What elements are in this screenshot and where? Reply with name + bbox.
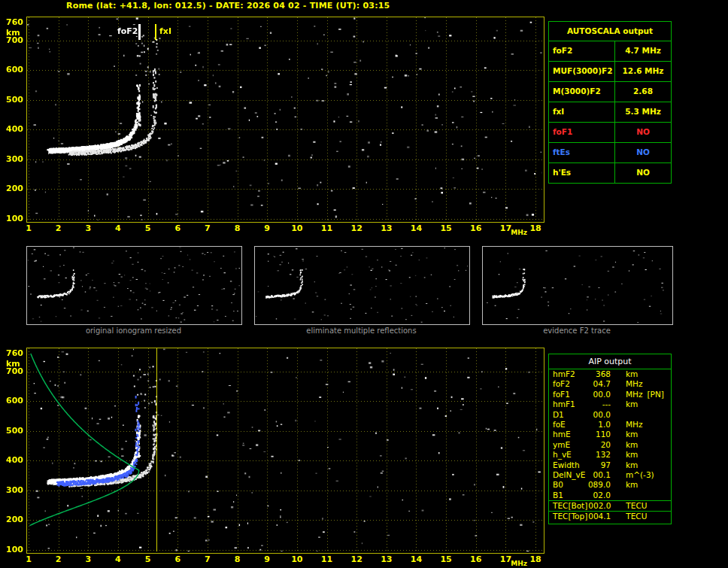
aip-param-label: DelN_vE [549, 470, 587, 480]
thumbnail-canvas-original [27, 247, 240, 323]
x-tick-label: 11 [321, 555, 332, 564]
x-tick-label: 15 [440, 224, 451, 233]
aip-param-value: 089.0 [587, 480, 611, 490]
x-tick-label: 10 [291, 555, 302, 564]
aip-row: h_vE132km [549, 450, 671, 460]
thumbnail-caption-original: original ionogram resized [26, 327, 241, 335]
aip-param-label: TEC[Bot] [549, 501, 587, 511]
y-tick-label: 300 [6, 486, 23, 495]
autoscala-param-value: 5.3 MHz [614, 102, 671, 122]
x-tick-label: 18 [529, 555, 541, 564]
aip-param-value: 97 [587, 460, 611, 470]
aip-param-value: 00.0 [587, 390, 611, 399]
x-tick-label: 17 [500, 224, 511, 233]
x-tick-label: 16 [470, 555, 481, 564]
aip-param-label: foF2 [549, 379, 587, 389]
aip-param-value: 368 [587, 369, 611, 379]
aip-param-label: hmF2 [549, 369, 587, 379]
page-title: Rome (lat: +41.8, lon: 012.5) - DATE: 20… [66, 1, 390, 11]
aip-param-unit: MHz [611, 390, 642, 399]
aip-param-note [626, 491, 630, 500]
aip-table-title: AIP output [549, 354, 671, 369]
aip-param-value: 1.0 [587, 420, 611, 430]
autoscala-param-label: M(3000)F2 [549, 82, 614, 102]
x-tick-label: 1 [26, 555, 32, 564]
y-tick-label: 200 [6, 515, 23, 524]
fxI-marker-label: fxI [159, 27, 172, 36]
aip-param-note [638, 399, 642, 409]
aip-param-unit: TECU [611, 501, 647, 511]
x-axis-unit: MHz [511, 559, 527, 568]
aip-row: foF204.7MHz [549, 379, 671, 389]
aip-param-unit: km [611, 460, 638, 470]
autoscala-row: fxI5.3 MHz [549, 102, 671, 122]
x-tick-label: 15 [440, 555, 451, 564]
aip-param-note [638, 369, 642, 379]
y-tick-label: 300 [6, 155, 23, 164]
x-tick-label: 2 [56, 224, 62, 233]
y-tick-label: 200 [6, 184, 23, 193]
y-tick-label: 760 [6, 18, 23, 27]
y-tick-label: 600 [6, 396, 23, 405]
x-tick-label: 12 [350, 224, 362, 233]
aip-param-label: B1 [549, 491, 587, 500]
x-tick-label: 4 [115, 224, 121, 233]
thumbnail-evidence-f2 [482, 246, 673, 325]
fxI-marker-line [155, 24, 156, 40]
autoscala-param-value: 4.7 MHz [614, 41, 671, 61]
aip-param-value: 00.0 [587, 410, 611, 420]
autoscala-param-label: MUF(3000)F2 [549, 62, 614, 81]
aip-param-unit: km [611, 369, 638, 379]
aip-param-unit: MHz [611, 420, 642, 430]
x-tick-label: 5 [145, 224, 151, 233]
y-axis-unit: km [6, 29, 20, 38]
ionogram-canvas-bottom [27, 348, 542, 551]
aip-row: ymE20km [549, 440, 671, 450]
aip-param-value: 00.1 [587, 470, 611, 480]
autoscala-param-value: NO [614, 123, 671, 142]
aip-param-value: 110 [587, 430, 611, 439]
aip-param-note [642, 420, 647, 430]
x-tick-label: 3 [85, 555, 91, 564]
x-tick-label: 8 [235, 224, 241, 233]
x-tick-label: 14 [411, 555, 422, 564]
autoscala-param-value: NO [614, 163, 671, 183]
aip-param-unit: km [611, 430, 638, 439]
autoscala-param-label: ftEs [549, 143, 614, 163]
aip-param-label: hmE [549, 430, 587, 439]
x-tick-label: 3 [85, 224, 91, 233]
aip-param-label: ymE [549, 440, 587, 450]
x-tick-label: 7 [205, 224, 211, 233]
thumbnail-original-ionogram [26, 246, 242, 325]
aip-param-unit: km [611, 480, 638, 490]
x-tick-label: 6 [174, 224, 180, 233]
aip-param-note [647, 501, 651, 511]
ionogram-canvas-top [27, 17, 542, 220]
aip-param-unit [611, 410, 626, 420]
x-tick-label: 12 [350, 555, 362, 564]
aip-param-note [654, 470, 659, 480]
autoscala-row: h'EsNO [549, 163, 671, 183]
aip-param-value: --- [587, 399, 611, 409]
aip-row: foE1.0MHz [549, 420, 671, 430]
aip-param-label: Ewidth [549, 460, 587, 470]
aip-row: B0089.0km [549, 480, 671, 490]
x-tick-label: 13 [381, 555, 392, 564]
aip-row: foF100.0MHz[PN] [549, 390, 671, 399]
y-tick-label: 400 [6, 125, 23, 134]
aip-param-label: TEC[Top] [549, 512, 587, 521]
x-tick-label: 6 [174, 555, 180, 564]
y-tick-label: 760 [6, 349, 23, 358]
thumbnail-eliminate-reflections [254, 246, 470, 325]
y-tick-label: 600 [6, 65, 23, 74]
y-tick-label: 100 [6, 545, 23, 554]
autoscala-row: foF1NO [549, 122, 671, 142]
x-tick-label: 5 [145, 555, 151, 564]
aip-row: hmE110km [549, 430, 671, 439]
aip-param-note [638, 430, 642, 439]
aip-row: Ewidth97km [549, 460, 671, 470]
aip-row: B102.0 [549, 491, 671, 500]
aip-param-note [638, 440, 642, 450]
autoscala-param-value: NO [614, 143, 671, 163]
aip-param-note [638, 480, 642, 490]
